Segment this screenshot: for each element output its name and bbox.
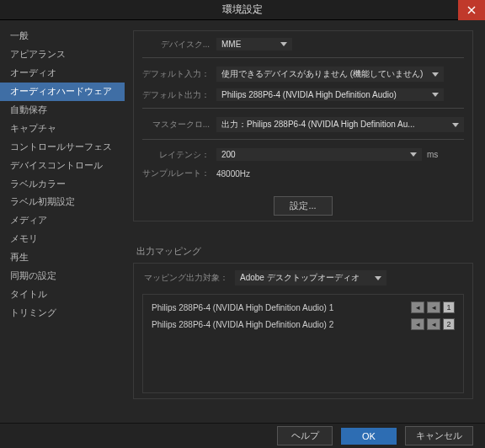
audio-hardware-panel: デバイスク... MME デフォルト入力： 使用できるデバイスがありません (機…: [133, 30, 473, 221]
master-clock-dropdown[interactable]: 出力：Philips 288P6-4 (NVIDIA High Definiti…: [216, 117, 464, 132]
default-input-dropdown[interactable]: 使用できるデバイスがありません (機能していません): [216, 67, 444, 82]
speaker-icon[interactable]: ◂: [411, 318, 424, 330]
sidebar-item[interactable]: 再生: [0, 248, 125, 267]
sidebar-item[interactable]: タイトル: [0, 285, 125, 304]
mapping-target-dropdown[interactable]: Adobe デスクトップオーディオ: [235, 270, 386, 285]
default-input-label: デフォルト入力：: [142, 68, 216, 80]
main-area: 一般アピアランスオーディオオーディオハードウェア自動保存キャプチャコントロールサ…: [0, 20, 485, 423]
help-button[interactable]: ヘルプ: [277, 426, 333, 445]
close-button[interactable]: [458, 0, 485, 20]
sidebar-item[interactable]: オーディオ: [0, 64, 125, 83]
chevron-down-icon: [432, 93, 439, 97]
sidebar-item[interactable]: オーディオハードウェア: [0, 83, 125, 101]
speaker-icon[interactable]: ◂: [427, 301, 440, 313]
mapping-row-label: Philips 288P6-4 (NVIDIA High Definition …: [152, 303, 333, 312]
speaker-icon[interactable]: ◂: [427, 318, 440, 330]
window-title: 環境設定: [222, 3, 263, 17]
chevron-down-icon: [375, 276, 381, 280]
mapping-row[interactable]: Philips 288P6-4 (NVIDIA High Definition …: [152, 301, 455, 313]
mapping-row[interactable]: Philips 288P6-4 (NVIDIA High Definition …: [152, 318, 455, 330]
chevron-down-icon: [410, 152, 417, 157]
sidebar-item[interactable]: 自動保存: [0, 101, 125, 120]
latency-dropdown[interactable]: 200: [216, 148, 422, 161]
device-class-label: デバイスク...: [142, 39, 216, 51]
sidebar-item[interactable]: メディア: [0, 211, 125, 230]
default-output-dropdown[interactable]: Philips 288P6-4 (NVIDIA High Definition …: [216, 88, 444, 101]
default-output-label: デフォルト出力：: [142, 89, 216, 101]
close-icon: [467, 6, 476, 14]
footer: ヘルプ OK キャンセル: [0, 423, 485, 448]
sidebar-item[interactable]: キャプチャ: [0, 120, 125, 138]
chevron-down-icon: [280, 42, 287, 46]
channel-number[interactable]: 2: [443, 318, 455, 330]
mapping-target-label: マッピング出力対象：: [142, 272, 235, 284]
latency-label: レイテンシ：: [142, 149, 216, 161]
speaker-icon[interactable]: ◂: [411, 301, 424, 313]
sample-rate-label: サンプルレート：: [142, 168, 216, 179]
default-output-value: Philips 288P6-4 (NVIDIA High Definition …: [221, 90, 397, 99]
output-mapping-section: 出力マッピング マッピング出力対象： Adobe デスクトップオーディオ Phi…: [133, 245, 473, 399]
sidebar-item[interactable]: デバイスコントロール: [0, 157, 125, 175]
settings-button[interactable]: 設定...: [274, 196, 333, 216]
sidebar-item[interactable]: メモリ: [0, 230, 125, 248]
latency-value: 200: [221, 150, 236, 159]
titlebar: 環境設定: [0, 0, 485, 20]
default-input-value: 使用できるデバイスがありません (機能していません): [221, 68, 423, 80]
mapping-target-value: Adobe デスクトップオーディオ: [240, 272, 360, 284]
output-mapping-title: 出力マッピング: [133, 245, 473, 258]
master-clock-value: 出力：Philips 288P6-4 (NVIDIA High Definiti…: [221, 119, 415, 131]
sidebar-item[interactable]: コントロールサーフェス: [0, 138, 125, 157]
master-clock-label: マスタークロ...: [142, 119, 216, 131]
content: デバイスク... MME デフォルト入力： 使用できるデバイスがありません (機…: [125, 20, 485, 423]
sample-rate-value: 48000Hz: [216, 169, 250, 179]
chevron-down-icon: [432, 72, 439, 77]
sidebar-item[interactable]: ラベルカラー: [0, 175, 125, 194]
cancel-button[interactable]: キャンセル: [405, 426, 473, 445]
channel-number[interactable]: 1: [443, 301, 455, 313]
sidebar-item[interactable]: トリミング: [0, 304, 125, 323]
sidebar: 一般アピアランスオーディオオーディオハードウェア自動保存キャプチャコントロールサ…: [0, 20, 125, 423]
sidebar-item[interactable]: 一般: [0, 27, 125, 45]
ok-button[interactable]: OK: [341, 428, 397, 445]
sidebar-item[interactable]: 同期の設定: [0, 267, 125, 285]
sidebar-item[interactable]: アピアランス: [0, 45, 125, 64]
latency-unit: ms: [427, 150, 438, 159]
sidebar-item[interactable]: ラベル初期設定: [0, 193, 125, 211]
device-class-value: MME: [221, 40, 241, 49]
mapping-list: Philips 288P6-4 (NVIDIA High Definition …: [142, 294, 464, 393]
mapping-row-label: Philips 288P6-4 (NVIDIA High Definition …: [152, 320, 333, 329]
chevron-down-icon: [452, 123, 459, 127]
device-class-dropdown[interactable]: MME: [216, 38, 292, 51]
